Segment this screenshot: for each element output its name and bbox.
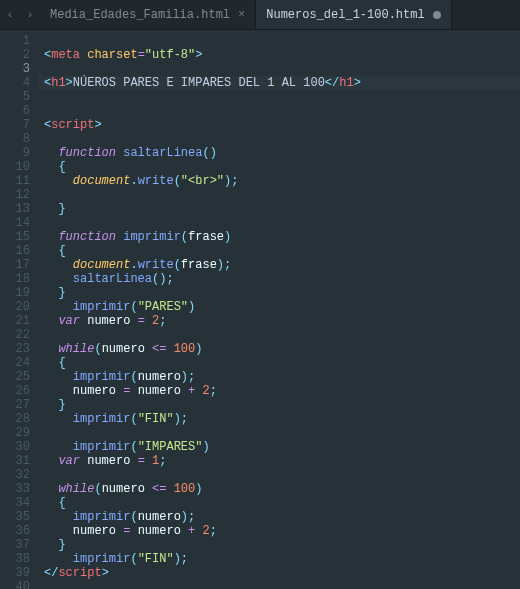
line-number: 20 — [0, 300, 30, 314]
line-number: 2 — [0, 48, 30, 62]
line-number: 17 — [0, 258, 30, 272]
code-area[interactable]: <meta charset="utf-8"> <h1>NÚEROS PARES … — [38, 30, 520, 589]
line-number-gutter: 1234567891011121314151617181920212223242… — [0, 30, 38, 589]
line-number: 1 — [0, 34, 30, 48]
line-number: 16 — [0, 244, 30, 258]
tab-bar: ‹ › Media_Edades_Familia.html × Numeros_… — [0, 0, 520, 30]
line-number: 27 — [0, 398, 30, 412]
line-number: 4 — [0, 76, 30, 90]
tab-scroll-left[interactable]: ‹ — [0, 0, 20, 29]
line-number: 18 — [0, 272, 30, 286]
line-number: 36 — [0, 524, 30, 538]
close-icon[interactable]: × — [238, 9, 245, 21]
tab-media-edades[interactable]: Media_Edades_Familia.html × — [40, 0, 256, 29]
line-number: 9 — [0, 146, 30, 160]
line-number: 35 — [0, 510, 30, 524]
line-number: 40 — [0, 580, 30, 589]
tab-label: Numeros_del_1-100.html — [266, 8, 424, 22]
line-number: 39 — [0, 566, 30, 580]
line-number: 23 — [0, 342, 30, 356]
line-number: 33 — [0, 482, 30, 496]
line-number: 38 — [0, 552, 30, 566]
line-number: 29 — [0, 426, 30, 440]
line-number: 22 — [0, 328, 30, 342]
line-number: 32 — [0, 468, 30, 482]
tab-scroll-right[interactable]: › — [20, 0, 40, 29]
line-number: 3 — [0, 62, 30, 76]
line-number: 30 — [0, 440, 30, 454]
code-editor[interactable]: 1234567891011121314151617181920212223242… — [0, 30, 520, 589]
line-number: 5 — [0, 90, 30, 104]
line-number: 10 — [0, 160, 30, 174]
line-number: 15 — [0, 230, 30, 244]
line-number: 37 — [0, 538, 30, 552]
line-number: 28 — [0, 412, 30, 426]
line-number: 25 — [0, 370, 30, 384]
line-number: 7 — [0, 118, 30, 132]
line-number: 14 — [0, 216, 30, 230]
line-number: 12 — [0, 188, 30, 202]
line-number: 13 — [0, 202, 30, 216]
tab-numeros[interactable]: Numeros_del_1-100.html — [256, 0, 451, 29]
line-number: 8 — [0, 132, 30, 146]
line-number: 34 — [0, 496, 30, 510]
line-number: 19 — [0, 286, 30, 300]
line-number: 31 — [0, 454, 30, 468]
line-number: 24 — [0, 356, 30, 370]
line-number: 21 — [0, 314, 30, 328]
line-number: 6 — [0, 104, 30, 118]
dirty-indicator-icon — [433, 11, 441, 19]
line-number: 26 — [0, 384, 30, 398]
line-number: 11 — [0, 174, 30, 188]
tab-label: Media_Edades_Familia.html — [50, 8, 230, 22]
